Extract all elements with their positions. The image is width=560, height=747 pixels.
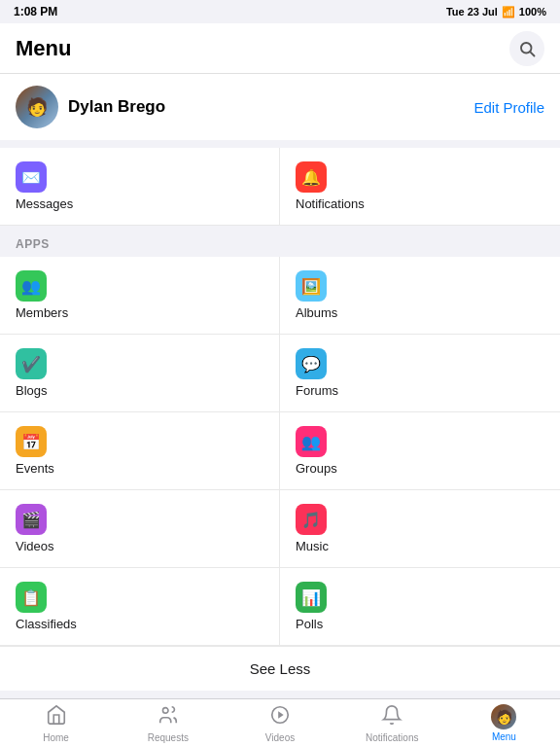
status-date: Tue 23 Jul bbox=[446, 6, 498, 18]
menu-tab-label: Menu bbox=[492, 731, 516, 742]
battery-icon: 100% bbox=[519, 6, 546, 18]
wifi-icon: 📶 bbox=[502, 6, 515, 18]
profile-row: 🧑 Dylan Brego Edit Profile bbox=[0, 74, 560, 140]
menu-item-polls[interactable]: 📊 Polls bbox=[280, 568, 560, 646]
forums-icon: 💬 bbox=[296, 348, 327, 379]
menu-item-notifications[interactable]: 🔔 Notifications bbox=[280, 148, 560, 226]
blogs-icon: ✔️ bbox=[16, 348, 47, 379]
svg-point-2 bbox=[162, 707, 168, 713]
svg-marker-4 bbox=[278, 711, 284, 718]
albums-label: Albums bbox=[296, 305, 337, 320]
messages-icon: ✉️ bbox=[16, 161, 47, 193]
requests-tab-label: Requests bbox=[148, 732, 189, 743]
members-icon: 👥 bbox=[16, 270, 47, 302]
tab-videos[interactable]: Videos bbox=[224, 700, 335, 747]
see-less-button[interactable]: See Less bbox=[0, 646, 560, 691]
forums-label: Forums bbox=[296, 383, 338, 398]
menu-item-music[interactable]: 🎵 Music bbox=[280, 490, 560, 568]
profile-left: 🧑 Dylan Brego bbox=[16, 86, 165, 128]
home-tab-icon bbox=[46, 704, 67, 730]
apps-grid: 👥 Members 🖼️ Albums ✔️ Blogs 💬 Forums 📅 … bbox=[0, 257, 560, 646]
events-icon: 📅 bbox=[16, 426, 47, 457]
music-icon: 🎵 bbox=[296, 504, 327, 535]
menu-item-videos[interactable]: 🎬 Videos bbox=[0, 490, 280, 568]
menu-item-members[interactable]: 👥 Members bbox=[0, 257, 280, 335]
videos-label: Videos bbox=[16, 539, 54, 553]
polls-label: Polls bbox=[296, 617, 323, 631]
groups-icon: 👥 bbox=[296, 426, 327, 457]
classifieds-label: Classifieds bbox=[16, 617, 77, 631]
help-section-label: HELP & MORE bbox=[0, 691, 560, 698]
home-tab-label: Home bbox=[43, 732, 69, 743]
menu-item-blogs[interactable]: ✔️ Blogs bbox=[0, 335, 280, 412]
menu-item-classifieds[interactable]: 📋 Classifieds bbox=[0, 568, 280, 646]
polls-icon: 📊 bbox=[296, 582, 327, 613]
videos-tab-icon bbox=[269, 704, 291, 730]
scroll-area: 🧑 Dylan Brego Edit Profile ✉️ Messages 🔔… bbox=[0, 74, 560, 698]
messages-label: Messages bbox=[16, 196, 73, 211]
notifications-tab-icon bbox=[381, 704, 402, 730]
requests-tab-icon bbox=[158, 704, 179, 730]
music-label: Music bbox=[296, 539, 329, 553]
page-title: Menu bbox=[16, 36, 71, 61]
menu-item-events[interactable]: 📅 Events bbox=[0, 412, 280, 490]
svg-line-1 bbox=[530, 52, 534, 55]
menu-tab-icon: 🧑 bbox=[491, 704, 516, 729]
notifications-icon: 🔔 bbox=[296, 161, 327, 193]
tab-home[interactable]: Home bbox=[0, 700, 112, 747]
albums-icon: 🖼️ bbox=[296, 270, 327, 302]
classifieds-icon: 📋 bbox=[16, 582, 47, 613]
notifications-tab-label: Notifications bbox=[366, 732, 418, 743]
menu-item-groups[interactable]: 👥 Groups bbox=[280, 412, 560, 490]
events-label: Events bbox=[16, 461, 54, 476]
tab-bar: Home Requests Videos Notifications 🧑 Men… bbox=[0, 698, 560, 747]
header: Menu bbox=[0, 23, 560, 74]
status-right: Tue 23 Jul 📶 100% bbox=[446, 6, 546, 18]
groups-label: Groups bbox=[296, 461, 337, 476]
menu-item-messages[interactable]: ✉️ Messages bbox=[0, 148, 280, 226]
menu-item-forums[interactable]: 💬 Forums bbox=[280, 335, 560, 412]
avatar: 🧑 bbox=[16, 86, 58, 128]
quick-items-grid: ✉️ Messages 🔔 Notifications bbox=[0, 148, 560, 226]
search-button[interactable] bbox=[509, 31, 544, 66]
menu-item-albums[interactable]: 🖼️ Albums bbox=[280, 257, 560, 335]
members-label: Members bbox=[16, 305, 68, 320]
profile-name: Dylan Brego bbox=[68, 97, 165, 117]
status-time: 1:08 PM bbox=[14, 5, 57, 18]
tab-requests[interactable]: Requests bbox=[112, 700, 224, 747]
apps-section-label: APPS bbox=[0, 226, 560, 257]
tab-notifications[interactable]: Notifications bbox=[336, 700, 448, 747]
blogs-label: Blogs bbox=[16, 383, 48, 398]
edit-profile-button[interactable]: Edit Profile bbox=[473, 99, 544, 116]
videos-icon: 🎬 bbox=[16, 504, 47, 535]
status-bar: 1:08 PM Tue 23 Jul 📶 100% bbox=[0, 0, 560, 23]
videos-tab-label: Videos bbox=[265, 732, 295, 743]
tab-menu[interactable]: 🧑 Menu bbox=[448, 700, 560, 746]
notifications-label: Notifications bbox=[296, 196, 365, 211]
